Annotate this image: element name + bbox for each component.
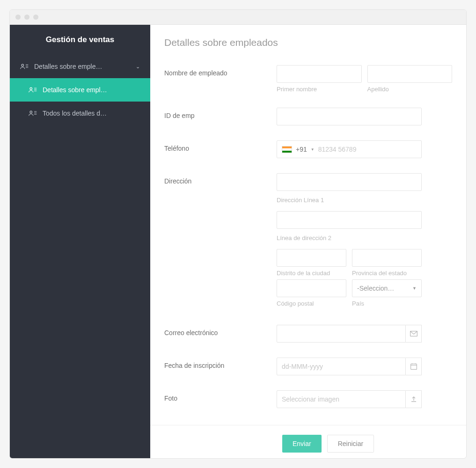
- city-sublabel: Distrito de la ciudad: [277, 270, 346, 277]
- sidebar: Gestión de ventas Detalles sobre emple… …: [10, 25, 150, 458]
- postal-sublabel: Código postal: [277, 300, 346, 307]
- caret-down-icon: ▼: [311, 147, 315, 152]
- address-line2-sublabel: Línea de dirección 2: [277, 234, 422, 241]
- address-line2-input[interactable]: [277, 211, 422, 229]
- address-line1-input[interactable]: [277, 173, 422, 191]
- reset-button[interactable]: Reiniciar: [327, 435, 374, 453]
- envelope-icon: [406, 325, 422, 343]
- country-sublabel: País: [352, 300, 422, 307]
- window-minimize-dot[interactable]: [24, 15, 29, 20]
- window-close-dot[interactable]: [15, 15, 21, 20]
- users-icon: [29, 87, 37, 93]
- main-content: Detalles sobre empleados Nombre de emple…: [150, 25, 466, 458]
- country-select-placeholder: -Seleccion…: [357, 285, 394, 292]
- window-maximize-dot[interactable]: [33, 15, 38, 20]
- last-name-input[interactable]: [367, 65, 453, 83]
- form-footer: Enviar Reiniciar: [150, 425, 466, 458]
- postal-input[interactable]: [277, 279, 346, 297]
- svg-rect-13: [410, 364, 417, 370]
- sidebar-title: Gestión de ventas: [10, 25, 150, 55]
- phone-field[interactable]: +91 ▼: [277, 140, 422, 158]
- sidebar-item-label: Todos los detalles d…: [43, 110, 140, 117]
- svg-point-8: [30, 111, 32, 113]
- phone-label: Teléfono: [164, 140, 277, 152]
- svg-point-0: [22, 64, 24, 66]
- chevron-down-icon: ⌄: [136, 64, 140, 70]
- address-label: Dirección: [164, 173, 277, 185]
- emp-id-label: ID de emp: [164, 108, 277, 119]
- date-label: Fecha de inscripción: [164, 358, 277, 369]
- first-name-input[interactable]: [277, 65, 362, 83]
- emp-id-input[interactable]: [277, 108, 422, 125]
- photo-label: Foto: [164, 390, 277, 402]
- city-input[interactable]: [277, 249, 346, 267]
- users-icon: [29, 110, 37, 117]
- first-name-sublabel: Primer nombre: [277, 86, 362, 93]
- sidebar-item-all-details[interactable]: Todos los detalles d…: [10, 102, 150, 125]
- submit-button[interactable]: Enviar: [282, 435, 322, 453]
- last-name-sublabel: Apellido: [367, 86, 453, 93]
- sidebar-item-employee-details-parent[interactable]: Detalles sobre emple… ⌄: [10, 55, 150, 78]
- sidebar-item-label: Detalles sobre emple…: [34, 63, 130, 70]
- address-line1-sublabel: Dirección Línea 1: [277, 197, 422, 204]
- state-input[interactable]: [352, 249, 422, 267]
- photo-input[interactable]: Seleccionar imagen: [277, 390, 406, 408]
- email-input[interactable]: [277, 325, 406, 343]
- employee-form: Nombre de empleado Primer nombre Apellid…: [150, 53, 466, 425]
- employee-name-label: Nombre de empleado: [164, 65, 277, 77]
- app-window: Gestión de ventas Detalles sobre emple… …: [9, 9, 467, 459]
- sidebar-item-label: Detalles sobre empl…: [43, 86, 140, 94]
- sidebar-item-employee-details[interactable]: Detalles sobre empl…: [10, 78, 150, 102]
- page-title: Detalles sobre empleados: [150, 25, 466, 53]
- date-input[interactable]: [277, 358, 406, 375]
- calendar-icon[interactable]: [406, 358, 422, 375]
- caret-down-icon: ▼: [412, 286, 417, 291]
- upload-icon[interactable]: [406, 390, 422, 408]
- window-titlebar: [10, 10, 466, 25]
- country-code: +91: [296, 146, 307, 153]
- country-select[interactable]: -Seleccion… ▼: [352, 279, 422, 297]
- users-icon: [20, 63, 29, 70]
- flag-india-icon: [282, 146, 292, 153]
- phone-input[interactable]: [318, 141, 417, 158]
- email-label: Correo electrónico: [164, 325, 277, 336]
- state-sublabel: Provincia del estado: [352, 270, 422, 277]
- svg-point-4: [30, 88, 32, 90]
